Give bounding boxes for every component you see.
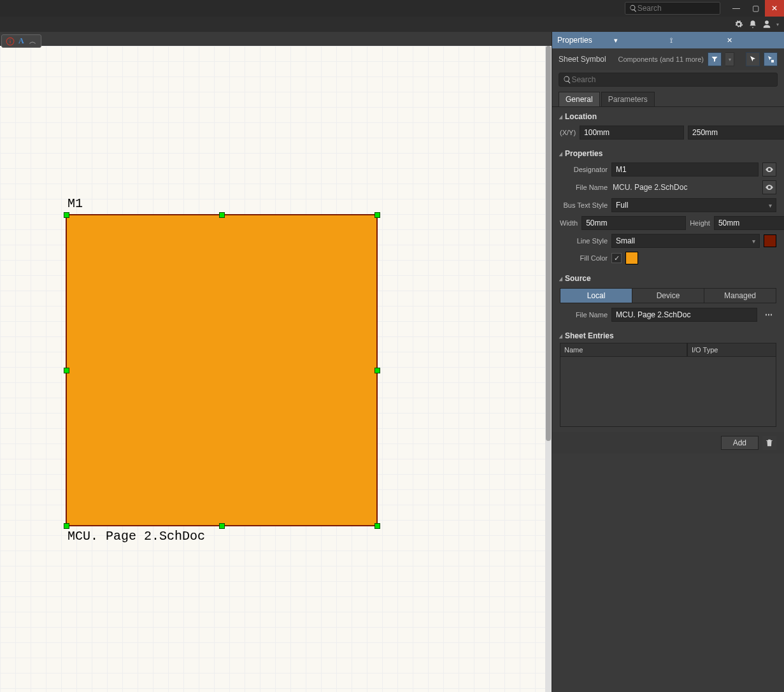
resize-handle-w[interactable] [64, 368, 69, 373]
properties-panel: Properties ▾ ⟟ ✕ Sheet Symbol Components… [552, 32, 784, 692]
section-sheet-entries: Sheet Entries Name I/O Type Add [552, 326, 784, 456]
source-segment-group: Local Device Managed [560, 288, 776, 303]
text-tool-icon: A [18, 36, 24, 46]
delete-button[interactable] [762, 436, 776, 450]
resize-handle-se[interactable] [374, 523, 380, 529]
line-color-swatch[interactable] [764, 234, 776, 247]
source-seg-managed[interactable]: Managed [704, 289, 776, 303]
panel-pin-icon[interactable]: ⟟ [670, 36, 723, 45]
resize-handle-sw[interactable] [64, 523, 69, 529]
width-input[interactable] [581, 216, 686, 230]
width-label: Width [560, 219, 578, 227]
fill-enabled-checkbox[interactable] [611, 253, 622, 263]
filename-value: MCU. Page 2.SchDoc [611, 183, 759, 192]
panel-search-input[interactable] [571, 75, 773, 84]
user-icon[interactable] [762, 20, 771, 29]
filename-visibility-button[interactable] [762, 180, 776, 194]
section-properties: Properties Designator File Name MCU. Pag… [552, 144, 784, 269]
designator-input[interactable] [611, 162, 759, 177]
gear-icon[interactable] [734, 20, 743, 29]
title-bar: — ▢ ✕ [0, 0, 784, 17]
canvas-tool-chip[interactable]: A [1, 34, 41, 48]
object-type-label: Sheet Symbol [559, 55, 606, 64]
section-sheet-entries-header[interactable]: Sheet Entries [552, 329, 784, 343]
object-type-row: Sheet Symbol Components (and 11 more) ▾ [552, 48, 784, 70]
sheet-entries-table-body[interactable] [560, 357, 776, 427]
eye-icon [765, 183, 774, 192]
xy-label: (X/Y) [560, 129, 576, 136]
trash-icon [765, 438, 774, 447]
source-filename-input[interactable] [611, 308, 757, 322]
height-label: Height [690, 219, 710, 227]
filter-button[interactable] [708, 52, 722, 66]
col-name[interactable]: Name [560, 343, 687, 357]
x-input[interactable] [580, 126, 684, 140]
window-controls: — ▢ ✕ [727, 0, 784, 17]
svg-rect-1 [10, 40, 10, 43]
select-mode-a-button[interactable] [746, 52, 760, 66]
sheet-entries-actions: Add [552, 432, 784, 454]
global-search[interactable] [625, 2, 720, 15]
filename-label: File Name [560, 184, 608, 191]
section-location-header[interactable]: Location [552, 110, 784, 124]
sheet-filename-label: MCU. Page 2.SchDoc [68, 529, 205, 544]
section-source: Source Local Device Managed File Name ⋯ [552, 269, 784, 326]
panel-close-icon[interactable]: ✕ [727, 36, 780, 45]
resize-handle-ne[interactable] [374, 212, 380, 218]
select-mode-b-button[interactable] [764, 52, 778, 66]
bus-text-style-dropdown[interactable]: Full [611, 198, 776, 212]
section-source-header[interactable]: Source [552, 271, 784, 285]
search-icon [563, 75, 571, 84]
resize-handle-n[interactable] [219, 212, 225, 218]
svg-rect-2 [10, 39, 10, 40]
close-button[interactable]: ✕ [765, 0, 784, 17]
panel-title: Properties [557, 36, 610, 45]
scrollbar-thumb[interactable] [546, 46, 551, 441]
fill-color-swatch[interactable] [625, 252, 638, 264]
search-icon [629, 4, 638, 13]
resize-handle-nw[interactable] [64, 212, 69, 218]
designator-label: Designator [560, 166, 608, 173]
bell-icon[interactable] [748, 20, 757, 29]
tab-general[interactable]: General [559, 92, 600, 106]
add-button[interactable]: Add [721, 436, 759, 450]
maximize-button[interactable]: ▢ [746, 0, 765, 17]
minimize-button[interactable]: — [727, 0, 746, 17]
cursor-box-icon [767, 55, 774, 63]
line-style-label: Line Style [560, 237, 608, 245]
source-filename-label: File Name [560, 311, 608, 319]
fill-color-label: Fill Color [560, 254, 608, 262]
arc-icon [28, 37, 37, 46]
source-seg-local[interactable]: Local [560, 289, 632, 303]
cursor-icon [749, 55, 757, 63]
height-input[interactable] [714, 216, 784, 230]
designator-visibility-button[interactable] [762, 162, 776, 177]
filter-dropdown-button[interactable]: ▾ [725, 52, 734, 66]
y-input[interactable] [688, 126, 784, 140]
tab-parameters[interactable]: Parameters [601, 92, 655, 106]
filter-summary: Components (and 11 more) [610, 55, 704, 63]
global-search-input[interactable] [638, 4, 716, 13]
properties-tabs: General Parameters [552, 92, 784, 107]
info-icon [6, 37, 15, 46]
section-properties-header[interactable]: Properties [552, 147, 784, 161]
canvas-area: A M1 MCU. Page 2.SchDoc [0, 32, 552, 692]
schematic-canvas[interactable]: M1 MCU. Page 2.SchDoc [0, 46, 552, 692]
sheet-symbol[interactable] [66, 214, 378, 526]
resize-handle-e[interactable] [374, 368, 380, 373]
secondary-toolbar: ▾ [0, 17, 784, 32]
panel-search[interactable] [559, 73, 778, 87]
panel-menu-icon[interactable]: ▾ [614, 36, 667, 45]
section-location: Location (X/Y) [552, 107, 784, 144]
col-io-type[interactable]: I/O Type [687, 343, 776, 357]
user-dropdown-icon[interactable]: ▾ [776, 22, 779, 27]
source-browse-button[interactable]: ⋯ [761, 308, 776, 322]
sheet-designator-label: M1 [68, 196, 83, 211]
bus-text-style-label: Bus Text Style [560, 201, 608, 209]
funnel-icon [711, 55, 718, 63]
canvas-vertical-scrollbar[interactable] [545, 46, 552, 692]
line-style-dropdown[interactable]: Small [611, 234, 760, 248]
source-seg-device[interactable]: Device [632, 289, 704, 303]
resize-handle-s[interactable] [219, 523, 225, 529]
sheet-entries-table-head: Name I/O Type [560, 343, 776, 357]
